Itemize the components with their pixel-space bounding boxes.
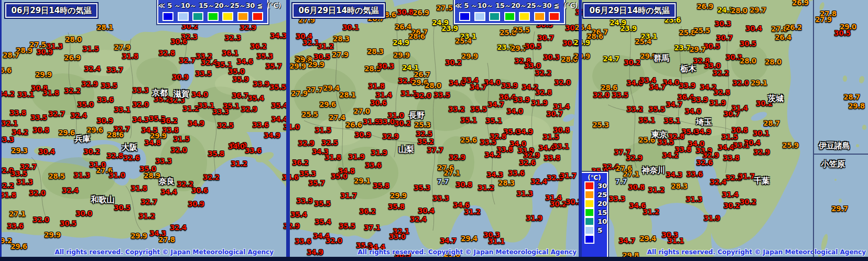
- temp-label: 32.9: [382, 132, 398, 140]
- legend-value: 20: [598, 200, 607, 208]
- temp-label: 34.7: [619, 236, 635, 245]
- legend-value: 25: [598, 191, 607, 199]
- temp-label: 31.2: [464, 208, 480, 216]
- legend-row: [582, 235, 607, 244]
- legend-square: [584, 226, 594, 235]
- strip-divider: [813, 0, 814, 261]
- temp-label: 32.7: [48, 110, 64, 118]
- temp-label: 31.9: [348, 153, 364, 161]
- legend-value: 15: [598, 209, 607, 216]
- temp-label: 25.5: [513, 26, 529, 34]
- legend-square: [584, 190, 594, 199]
- temp-label: 31.9: [371, 148, 387, 157]
- temp-label: 32.6: [696, 158, 712, 167]
- temp-label: 34.9: [188, 119, 204, 127]
- temp-label: 32.8: [713, 88, 730, 96]
- temp-label: 27.9: [815, 15, 831, 24]
- copyright-text: All rights reserved. Copyright © Japan M…: [55, 248, 274, 256]
- temp-label: 28.0: [765, 58, 781, 66]
- temp-label: 32.9: [753, 148, 769, 156]
- temp-label: 32.5: [217, 121, 233, 129]
- temp-label: 25.8: [679, 28, 695, 37]
- temp-label: 32.1: [302, 38, 319, 47]
- temp-label: 35.4: [314, 218, 331, 226]
- temp-label: 28.7: [843, 93, 860, 101]
- panel-divider-2: [579, 0, 582, 261]
- temp-label: 31.9: [709, 99, 725, 107]
- temp-label: 30.9: [36, 48, 52, 56]
- legend-square: [504, 12, 515, 21]
- temp-label: 33.6: [7, 222, 23, 230]
- temp-label: 32.6: [519, 158, 535, 167]
- temp-label: 33.5: [480, 138, 496, 146]
- temp-label: 26.9: [697, 2, 713, 10]
- legend-square: [178, 12, 189, 21]
- temp-label: 31.8: [42, 89, 59, 97]
- temp-label: 32.7: [140, 198, 157, 206]
- prefecture-label: 千葉: [754, 176, 769, 186]
- temp-label: 29.6: [319, 100, 335, 108]
- temp-label: 25.9: [782, 141, 798, 149]
- temp-label: 30.3: [377, 62, 394, 70]
- temp-label: 32.9: [241, 105, 257, 113]
- temp-label: 31.8: [368, 82, 384, 90]
- temp-label: 34.2: [662, 151, 678, 159]
- prefecture-label: 茨城: [768, 94, 784, 104]
- temp-label: 33.3: [609, 194, 625, 203]
- temp-label: 35.0: [331, 172, 347, 180]
- temp-label: 29.9: [573, 52, 590, 60]
- temp-label: 33.9: [253, 80, 269, 88]
- temp-label: 34.0: [228, 142, 244, 150]
- temp-label: 31.5: [173, 135, 189, 143]
- temp-label: 34.7: [666, 100, 682, 108]
- temp-label: 30.5: [114, 203, 130, 212]
- temp-label: 32.4: [62, 186, 78, 194]
- temp-label: 29.9: [461, 52, 478, 60]
- temp-label: 33.1: [17, 90, 34, 99]
- temp-label: 31.4: [731, 104, 747, 112]
- panel3-legend: (℃) 30252015105: [581, 172, 608, 258]
- temp-label: 32.0: [415, 91, 431, 100]
- temp-label: 36.2: [359, 207, 375, 215]
- temp-label: 33.3: [155, 157, 171, 165]
- label-overlay: 28.130.232.928.027.531.328.930.931.527.9…: [0, 0, 868, 261]
- temp-label: 37.1: [364, 223, 380, 232]
- temp-label: 32.8: [158, 49, 175, 57]
- prefecture-label: 大阪: [122, 143, 137, 153]
- temp-label: 34.0: [685, 107, 701, 115]
- temp-label: 35.3: [299, 169, 316, 178]
- temp-label: 29.9: [393, 51, 409, 59]
- temp-label: 34.7: [649, 83, 665, 91]
- temp-label: 30.3: [543, 53, 559, 61]
- temp-label: 26.7: [414, 70, 430, 79]
- temp-label: 34.6: [282, 173, 298, 181]
- temp-label: 31.2: [138, 212, 155, 220]
- temp-label: 30.5: [525, 42, 541, 50]
- panel2-legend: ≪ 5 ～10～ 15～20～25～30 ≦ (℃): [454, 0, 565, 24]
- temp-label: 35.4: [247, 94, 264, 102]
- temp-label: 35.1: [460, 116, 476, 124]
- temp-label: 30.9: [172, 73, 188, 81]
- temp-label: 30.2: [394, 119, 410, 127]
- temp-label: 26.2: [785, 23, 801, 31]
- legend-row: 25: [582, 190, 607, 199]
- temp-label: 36.7: [232, 91, 248, 100]
- legend-row: 5: [582, 226, 607, 235]
- temp-label: 33.9: [501, 81, 517, 90]
- temp-label: 27.1: [9, 210, 25, 218]
- temp-label: 34.4: [718, 143, 734, 151]
- temp-label: 26.4: [574, 23, 591, 31]
- panel1-title: 06月29日14時の気温: [5, 3, 97, 18]
- temp-label: 33.5: [30, 113, 47, 122]
- temp-label: 32.0: [29, 189, 45, 197]
- temp-label: 23.9: [620, 24, 636, 32]
- prefecture-label: 伊豆諸島: [819, 141, 850, 151]
- temp-label: 33.8: [723, 154, 739, 162]
- copyright-text: All rights reserved. Copyright © Japan M…: [647, 248, 866, 256]
- temp-label: 31.2: [643, 208, 659, 216]
- temp-label: 32.7: [179, 56, 195, 64]
- temp-label: 30.9: [354, 130, 371, 139]
- weather-map-screen: 28.130.232.928.027.531.328.930.931.527.9…: [0, 0, 868, 261]
- temp-label: 23.7: [674, 44, 690, 52]
- legend-value: 30: [598, 182, 607, 190]
